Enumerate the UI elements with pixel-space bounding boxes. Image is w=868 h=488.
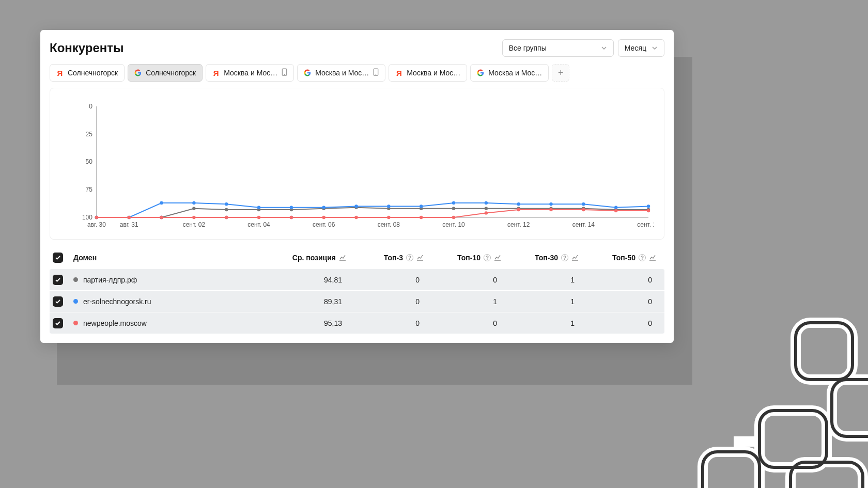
- help-icon[interactable]: ?: [484, 254, 491, 261]
- row-checkbox[interactable]: [53, 318, 63, 328]
- series-color-dot: [73, 277, 78, 282]
- svg-point-51: [160, 201, 163, 204]
- help-icon[interactable]: ?: [406, 254, 413, 261]
- tab-label: Москва и Мос…: [407, 69, 460, 77]
- region-tab[interactable]: ЯСолнечногорск: [50, 64, 125, 82]
- period-select-label: Месяц: [625, 44, 646, 52]
- svg-point-86: [614, 209, 617, 212]
- google-icon: [477, 69, 484, 76]
- tab-label: Москва и Мос…: [315, 69, 369, 77]
- svg-rect-8: [703, 452, 760, 488]
- mobile-icon: [282, 68, 287, 77]
- region-tab[interactable]: ЯМосква и Мос…: [389, 64, 467, 82]
- domain-name: партия-лдпр.рф: [83, 276, 137, 284]
- group-select-label: Все группы: [509, 44, 547, 52]
- tab-label: Москва и Мос…: [224, 69, 277, 77]
- chevron-down-icon: [601, 45, 607, 51]
- row-checkbox-cell: [53, 275, 73, 285]
- svg-point-53: [225, 202, 228, 206]
- header-top30-label: Топ-30: [535, 254, 558, 262]
- region-tab[interactable]: Солнечногорск: [128, 64, 203, 82]
- svg-point-71: [128, 216, 131, 219]
- series-color-dot: [73, 299, 78, 304]
- header-avg[interactable]: Ср. позиция: [274, 254, 351, 262]
- region-tab[interactable]: ЯМосква и Мос…: [206, 64, 294, 82]
- svg-point-43: [485, 207, 488, 210]
- header-top3[interactable]: Топ-3 ?: [351, 254, 429, 262]
- google-icon: [304, 69, 311, 76]
- row-checkbox[interactable]: [53, 296, 63, 307]
- table-row: newpeople.moscow95,130010: [50, 312, 664, 334]
- help-icon[interactable]: ?: [639, 254, 646, 261]
- header-domain: Домен: [73, 254, 274, 262]
- svg-point-52: [192, 201, 195, 204]
- svg-text:50: 50: [86, 158, 93, 165]
- competitors-table: Домен Ср. позиция Топ-3 ? Топ-10 ? Топ-3…: [50, 247, 664, 334]
- checkmark-icon: [55, 320, 61, 326]
- group-select[interactable]: Все группы: [502, 39, 614, 57]
- svg-point-58: [387, 204, 390, 208]
- svg-point-57: [354, 204, 358, 208]
- competitors-panel: Конкуренты Все группы Месяц ЯСолнечногор…: [40, 30, 674, 343]
- header-top50-label: Топ-50: [612, 254, 636, 262]
- svg-point-54: [257, 206, 260, 209]
- svg-text:сент. 06: сент. 06: [313, 221, 335, 228]
- row-checkbox[interactable]: [53, 275, 63, 285]
- svg-text:авг. 30: авг. 30: [87, 221, 106, 228]
- top50-cell: 0: [584, 297, 661, 306]
- svg-text:сент. 16: сент. 16: [637, 221, 654, 228]
- chevron-down-icon: [652, 45, 658, 51]
- svg-text:сент. 02: сент. 02: [183, 221, 206, 228]
- top10-cell: 0: [429, 319, 506, 327]
- avg-cell: 89,31: [274, 297, 351, 306]
- svg-point-85: [582, 208, 585, 211]
- svg-rect-6: [832, 380, 868, 436]
- svg-point-62: [517, 202, 520, 206]
- svg-text:сент. 04: сент. 04: [247, 221, 270, 228]
- header-row: Конкуренты Все группы Месяц: [48, 39, 667, 64]
- domain-cell: партия-лдпр.рф: [73, 276, 274, 284]
- period-select[interactable]: Месяц: [618, 39, 664, 57]
- svg-point-74: [225, 216, 228, 219]
- svg-point-34: [192, 207, 195, 210]
- svg-point-65: [614, 206, 617, 209]
- header-top10[interactable]: Топ-10 ?: [429, 254, 506, 262]
- table-header: Домен Ср. позиция Топ-3 ? Топ-10 ? Топ-3…: [50, 247, 664, 269]
- top30-cell: 1: [506, 319, 584, 327]
- chart-icon: [571, 254, 579, 261]
- svg-point-60: [452, 201, 455, 204]
- top30-cell: 1: [506, 297, 584, 306]
- top50-cell: 0: [584, 319, 661, 327]
- svg-point-35: [225, 208, 228, 211]
- svg-point-76: [290, 216, 293, 219]
- header-domain-label: Домен: [73, 254, 97, 262]
- svg-rect-5: [796, 323, 853, 380]
- mobile-icon: [373, 68, 379, 77]
- region-tab[interactable]: Москва и Мос…: [297, 64, 385, 82]
- svg-text:сент. 08: сент. 08: [378, 221, 400, 228]
- top3-cell: 0: [351, 276, 429, 284]
- svg-text:сент. 10: сент. 10: [442, 221, 465, 228]
- chart-card: 0255075100авг. 30авг. 31сент. 02сент. 04…: [50, 88, 664, 240]
- region-tab[interactable]: Москва и Мос…: [470, 64, 549, 82]
- add-tab-button[interactable]: +: [552, 64, 569, 82]
- top3-cell: 0: [351, 319, 429, 327]
- svg-text:75: 75: [86, 186, 93, 193]
- svg-point-59: [420, 204, 423, 208]
- svg-point-73: [192, 216, 195, 219]
- tab-label: Москва и Мос…: [488, 69, 542, 77]
- avg-cell: 95,13: [274, 319, 351, 327]
- svg-point-77: [322, 216, 326, 219]
- yandex-icon: Я: [212, 69, 220, 76]
- svg-point-11: [284, 74, 285, 75]
- header-top50[interactable]: Топ-50 ?: [584, 254, 661, 262]
- checkmark-icon: [55, 255, 61, 261]
- row-checkbox-cell: [53, 318, 73, 328]
- domain-name: newpeople.moscow: [83, 319, 147, 327]
- help-icon[interactable]: ?: [561, 254, 568, 261]
- svg-text:сент. 14: сент. 14: [572, 221, 595, 228]
- header-top30[interactable]: Топ-30 ?: [506, 254, 584, 262]
- select-all-checkbox[interactable]: [53, 253, 63, 263]
- top10-cell: 0: [429, 276, 506, 284]
- tab-label: Солнечногорск: [68, 69, 118, 77]
